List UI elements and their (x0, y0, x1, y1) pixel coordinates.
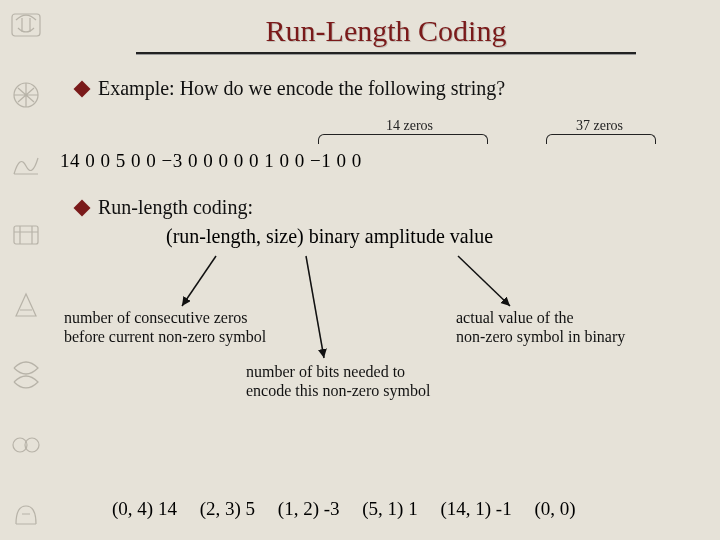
brace-1 (318, 134, 488, 144)
note-runlength: number of consecutive zeros before curre… (64, 308, 294, 346)
sequence-area: 14 zeros 37 zeros 14 0 0 5 0 0 −3 0 0 0 … (56, 118, 716, 188)
decor-glyph (8, 288, 44, 322)
arrow-to-value (448, 254, 528, 314)
bullet-icon (74, 81, 91, 98)
note-line: before current non-zero symbol (64, 327, 294, 346)
note-size: number of bits needed to encode this non… (246, 362, 476, 400)
format-line: (run-length, size) binary amplitude valu… (166, 225, 716, 248)
slide-title: Run-Length Coding (56, 14, 716, 48)
encoded-token: (0, 4) 14 (112, 498, 177, 519)
encoded-token: (2, 3) 5 (200, 498, 255, 519)
bullet-2-text: Run-length coding: (98, 196, 253, 219)
decor-glyph (8, 358, 44, 392)
encoded-token: (14, 1) -1 (440, 498, 511, 519)
title-underline (136, 52, 636, 55)
slide-content: Run-Length Coding Example: How do we enc… (56, 0, 716, 540)
decor-glyph (8, 218, 44, 252)
decor-glyph (8, 428, 44, 462)
decor-glyph (8, 8, 44, 42)
note-line: number of consecutive zeros (64, 308, 294, 327)
encoded-token: (5, 1) 1 (362, 498, 417, 519)
brace-label-1: 14 zeros (386, 118, 433, 134)
decor-glyph (8, 78, 44, 112)
decor-glyph (8, 148, 44, 182)
note-line: actual value of the (456, 308, 686, 327)
bullet-1: Example: How do we encode the following … (76, 77, 716, 100)
encoded-token: (1, 2) -3 (278, 498, 340, 519)
note-value: actual value of the non-zero symbol in b… (456, 308, 686, 346)
number-sequence: 14 0 0 5 0 0 −3 0 0 0 0 0 1 0 0 −1 0 0 (60, 150, 362, 172)
arrow-to-runlength (176, 254, 236, 314)
note-line: number of bits needed to (246, 362, 476, 381)
arrow-to-size (286, 254, 346, 364)
bullet-icon (74, 200, 91, 217)
svg-line-7 (458, 256, 510, 306)
encoded-sequence: (0, 4) 14 (2, 3) 5 (1, 2) -3 (5, 1) 1 (1… (112, 498, 594, 520)
encoded-token: (0, 0) (534, 498, 575, 519)
annotation-area: number of consecutive zeros before curre… (56, 254, 716, 404)
svg-line-5 (182, 256, 216, 306)
note-line: non-zero symbol in binary (456, 327, 686, 346)
bullet-2: Run-length coding: (76, 196, 716, 219)
svg-rect-0 (12, 14, 40, 36)
brace-2 (546, 134, 656, 144)
svg-line-6 (306, 256, 324, 358)
svg-rect-2 (14, 226, 38, 244)
brace-label-2: 37 zeros (576, 118, 623, 134)
bullet-1-text: Example: How do we encode the following … (98, 77, 505, 100)
note-line: encode this non-zero symbol (246, 381, 476, 400)
decorative-glyph-column (8, 8, 48, 532)
decor-glyph (8, 498, 44, 532)
